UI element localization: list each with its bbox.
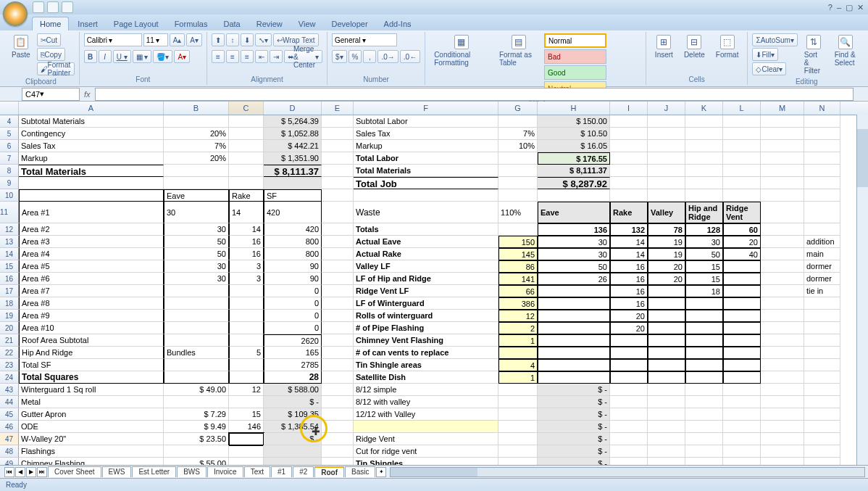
cell-K10[interactable]	[685, 189, 723, 202]
cell-L22[interactable]	[723, 347, 761, 359]
cell-L21[interactable]	[723, 334, 761, 347]
cell-L12[interactable]: 60	[723, 223, 761, 236]
row-header-48[interactable]: 48	[0, 445, 19, 458]
cell-J44[interactable]	[648, 396, 685, 408]
cell-N48[interactable]	[804, 445, 840, 458]
col-header-G[interactable]: G	[498, 102, 538, 115]
cell-B45[interactable]: $ 7.29	[164, 408, 229, 421]
cell-K18[interactable]	[685, 297, 723, 310]
cell-B48[interactable]	[164, 445, 229, 458]
cell-F21[interactable]: Chimney Vent Flashing	[354, 334, 498, 347]
cell-G22[interactable]	[498, 347, 538, 359]
cell-E18[interactable]	[322, 297, 354, 310]
row-10[interactable]: 10EaveRakeSF	[0, 189, 868, 202]
row-48[interactable]: 48FlashingsCut for ridge vent$ -	[0, 445, 868, 458]
formula-bar[interactable]	[95, 88, 854, 101]
sheet-tab-invoice[interactable]: Invoice	[207, 466, 243, 477]
spreadsheet-grid[interactable]: ABCDEFGHIJKLMN 4Subtotal Materials$ 5,26…	[0, 102, 868, 465]
cell-C48[interactable]	[229, 445, 264, 458]
cell-I43[interactable]	[610, 384, 648, 396]
row-header-13[interactable]: 13	[0, 236, 19, 248]
cell-N45[interactable]	[804, 408, 840, 421]
cell-E16[interactable]	[322, 273, 354, 285]
cell-D44[interactable]: $ -	[264, 396, 322, 408]
sheet-nav-prev[interactable]: ◀	[15, 467, 25, 477]
cell-G23[interactable]: 4	[498, 359, 538, 371]
cell-E48[interactable]	[322, 445, 354, 458]
cell-I13[interactable]: 14	[610, 236, 648, 248]
cell-G48[interactable]	[498, 445, 538, 458]
cell-I10[interactable]	[610, 189, 648, 202]
cell-E12[interactable]	[322, 223, 354, 236]
cell-M43[interactable]	[761, 384, 804, 396]
cell-C49[interactable]	[229, 458, 264, 465]
cell-A10[interactable]	[19, 189, 164, 202]
row-header-15[interactable]: 15	[0, 260, 19, 273]
office-button[interactable]	[3, 1, 28, 26]
copy-button[interactable]: ⎘ Copy	[37, 48, 65, 61]
cell-N44[interactable]	[804, 396, 840, 408]
cell-D16[interactable]: 90	[264, 273, 322, 285]
col-header-F[interactable]: F	[354, 102, 498, 115]
cell-E5[interactable]	[322, 128, 354, 140]
cell-L8[interactable]	[723, 165, 761, 177]
cell-J23[interactable]	[648, 359, 685, 371]
cell-B49[interactable]: $ 55.00	[164, 458, 229, 465]
cell-C9[interactable]	[229, 177, 264, 189]
cell-I22[interactable]	[610, 347, 648, 359]
cell-I23[interactable]	[610, 359, 648, 371]
cell-I11[interactable]: Rake	[610, 202, 648, 223]
cell-F18[interactable]: LF of Winterguard	[354, 297, 498, 310]
cell-G5[interactable]: 7%	[498, 128, 538, 140]
cell-F14[interactable]: Actual Rake	[354, 248, 498, 260]
cell-K12[interactable]: 128	[685, 223, 723, 236]
horizontal-scrollbar[interactable]	[390, 467, 865, 477]
cell-M9[interactable]	[761, 177, 804, 189]
cell-I20[interactable]: 20	[610, 322, 648, 334]
cell-M49[interactable]	[761, 458, 804, 465]
cell-H45[interactable]: $ -	[538, 408, 610, 421]
cell-K17[interactable]: 18	[685, 285, 723, 297]
cell-B8[interactable]	[164, 165, 229, 177]
cell-D10[interactable]: SF	[264, 189, 322, 202]
cell-K6[interactable]	[685, 140, 723, 152]
vertical-scrollbar[interactable]	[856, 115, 868, 465]
cell-E20[interactable]	[322, 322, 354, 334]
align-right-button[interactable]: ≡	[241, 50, 254, 63]
cell-G46[interactable]	[498, 421, 538, 433]
col-header-E[interactable]: E	[322, 102, 354, 115]
tab-review[interactable]: Review	[249, 17, 290, 30]
col-header-C[interactable]: C	[229, 102, 264, 115]
cell-K45[interactable]	[685, 408, 723, 421]
cell-L13[interactable]: 20	[723, 236, 761, 248]
cell-A49[interactable]: Chimney Flashing	[19, 458, 164, 465]
cell-M6[interactable]	[761, 140, 804, 152]
cell-I16[interactable]: 16	[610, 273, 648, 285]
cell-C6[interactable]	[229, 140, 264, 152]
cell-J8[interactable]	[648, 165, 685, 177]
cell-M14[interactable]	[761, 248, 804, 260]
fx-icon[interactable]: fx	[84, 90, 91, 99]
cell-M47[interactable]	[761, 433, 804, 445]
cell-F5[interactable]: Sales Tax	[354, 128, 498, 140]
cell-G4[interactable]	[498, 115, 538, 128]
cell-N14[interactable]: main	[804, 248, 840, 260]
cell-N46[interactable]	[804, 421, 840, 433]
cell-H21[interactable]	[538, 334, 610, 347]
row-header-9[interactable]: 9	[0, 177, 19, 189]
cell-M8[interactable]	[761, 165, 804, 177]
insert-cells-button[interactable]: ⊞Insert	[651, 33, 677, 60]
autosum-button[interactable]: Σ AutoSum ▾	[752, 33, 797, 46]
cell-E49[interactable]	[322, 458, 354, 465]
cell-M21[interactable]	[761, 334, 804, 347]
cell-E11[interactable]	[322, 202, 354, 223]
name-box[interactable]: C47 ▾	[22, 88, 80, 101]
cell-D22[interactable]: 165	[264, 347, 322, 359]
cell-G8[interactable]	[498, 165, 538, 177]
cell-G19[interactable]: 12	[498, 310, 538, 322]
cell-F49[interactable]: Tin Shingles	[354, 458, 498, 465]
cell-L4[interactable]	[723, 115, 761, 128]
cell-C44[interactable]	[229, 396, 264, 408]
cell-F47[interactable]: Ridge Vent	[354, 433, 498, 445]
row-header-24[interactable]: 24	[0, 371, 19, 384]
